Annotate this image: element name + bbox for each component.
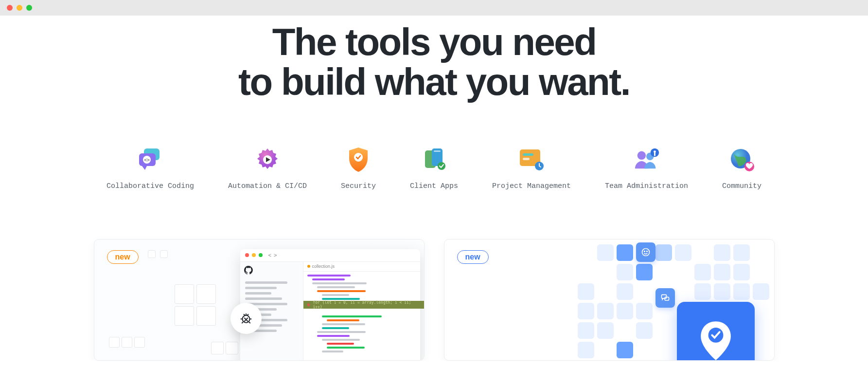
nav-arrows-icon: < > [268,252,278,258]
svg-rect-12 [523,158,530,160]
location-check-card [677,302,755,361]
code-highlight-line: for (let i = 0, ii = array.length; i < i… [303,301,425,309]
category-client-apps[interactable]: Client Apps [410,146,458,190]
category-automation[interactable]: Automation & CI/CD [228,146,307,190]
svg-point-14 [637,151,645,159]
category-tabs: <> Collaborative Coding Automation & CI/… [0,146,868,190]
category-community[interactable]: Community [722,146,762,190]
feature-cards: < > [0,239,868,361]
github-mark-icon [244,266,253,275]
category-label: Client Apps [410,182,458,190]
apps-icon [421,146,448,173]
gear-play-icon [254,146,281,173]
discussion-chip-icon [655,288,675,308]
highlight-code-text: for (let i = 0, ii = array.length; i < i… [313,300,421,309]
page-headline: The tools you need to build what you wan… [0,22,868,102]
shield-check-icon [345,146,372,173]
board-clock-icon [518,146,545,173]
file-tab-name: collection.js [312,264,335,269]
chat-code-icon: <> [137,146,164,173]
editor-titlebar: < > [240,249,420,262]
svg-rect-25 [661,295,666,298]
svg-text:<>: <> [144,157,150,163]
feature-card-codespaces[interactable]: < > [94,239,425,361]
svg-point-22 [642,248,649,256]
people-key-icon [633,146,660,173]
category-label: Collaborative Coding [106,182,194,190]
svg-rect-18 [654,152,655,156]
svg-point-24 [646,251,647,252]
window-close-button[interactable] [7,5,13,11]
file-tab: collection.js [303,262,420,272]
editor-minimize-icon [252,253,256,257]
globe-heart-icon [728,146,756,173]
new-badge: new [107,250,139,264]
editor-close-icon [245,253,249,257]
smiley-chip-icon [636,242,655,262]
category-label: Security [341,182,376,190]
svg-point-17 [654,150,656,153]
category-security[interactable]: Security [341,146,376,190]
svg-rect-8 [434,150,441,152]
svg-point-9 [438,162,445,170]
editor-zoom-icon [259,253,263,257]
svg-rect-11 [523,153,533,156]
category-collaborative-coding[interactable]: <> Collaborative Coding [106,146,194,190]
code-editor-mock: < > [240,249,420,361]
window-titlebar [0,0,868,16]
category-project-management[interactable]: Project Management [492,146,571,190]
window-minimize-button[interactable] [17,5,22,11]
new-badge: new [457,250,489,264]
badge-text: new [465,253,480,261]
feature-card-discussions[interactable]: new [444,239,775,361]
category-team-administration[interactable]: Team Administration [605,146,688,190]
card-bg [444,240,774,360]
window-zoom-button[interactable] [26,5,32,11]
headline-line-2: to build what you want. [238,60,630,103]
bug-icon [230,303,262,334]
badge-text: new [115,253,130,261]
category-label: Team Administration [605,182,688,190]
code-pane: collection.js [303,262,420,361]
category-label: Automation & CI/CD [228,182,307,190]
page-content: The tools you need to build what you wan… [0,22,868,361]
headline-line-1: The tools you need [272,20,596,63]
category-label: Project Management [492,182,571,190]
category-label: Community [722,182,762,190]
svg-point-23 [644,251,645,252]
